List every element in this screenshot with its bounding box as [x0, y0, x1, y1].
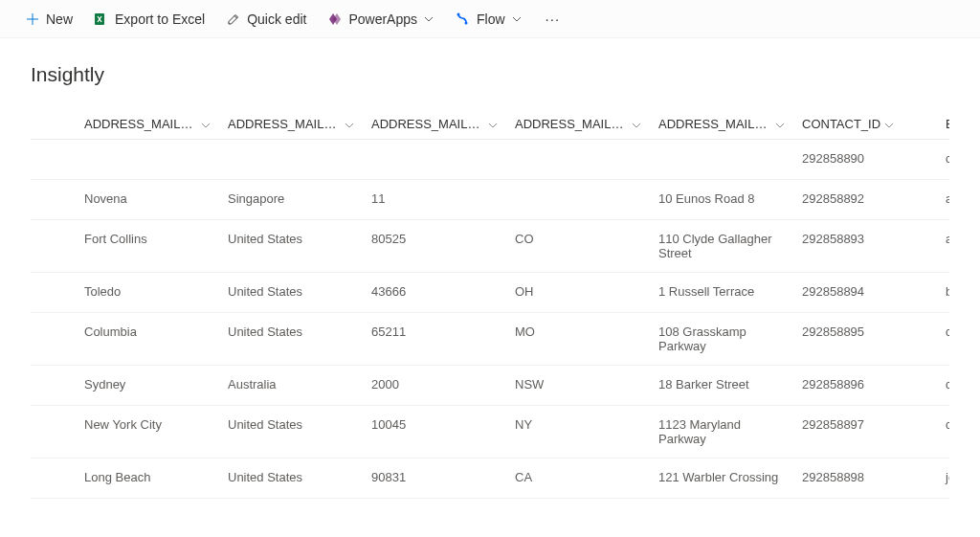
table-cell: blane@ [938, 284, 949, 301]
table-cell: 292858892 [794, 191, 938, 208]
row-selector[interactable] [31, 470, 77, 486]
table-cell [220, 151, 364, 168]
table-cell: carlossr om [938, 324, 949, 353]
list-body: 292858890csantosNovenaSingapore1110 Euno… [31, 140, 949, 499]
column-header-label: ADDRESS_MAIL_ST… [515, 117, 628, 131]
table-cell: 292858897 [794, 417, 938, 446]
chevron-down-icon [345, 119, 356, 130]
table-cell: 292858893 [794, 232, 938, 260]
table-cell: Fort Collins [77, 232, 220, 260]
table-cell: Sydney [77, 377, 220, 393]
chevron-down-icon [423, 13, 434, 25]
row-selector-header [31, 117, 77, 131]
table-cell: 10045 [364, 417, 507, 446]
column-header-label: CONTACT_ID [802, 117, 880, 131]
column-header[interactable]: EMAIL_ [938, 117, 949, 131]
ellipsis-icon: ··· [546, 11, 561, 27]
powerapps-button[interactable]: PowerApps [320, 8, 442, 31]
new-label: New [46, 11, 73, 27]
table-cell: MO [507, 324, 651, 353]
chevron-down-icon [511, 13, 523, 25]
table-cell: 43666 [364, 284, 507, 301]
column-header-label: ADDRESS_MAIL_CO… [228, 117, 341, 131]
table-cell [77, 151, 220, 168]
table-cell: 292858898 [794, 470, 938, 486]
table-cell: jcastillo m [938, 470, 949, 486]
table-cell: 10 Eunos Road 8 [651, 191, 794, 208]
table-row[interactable]: ToledoUnited States43666OH1 Russell Terr… [31, 273, 949, 313]
table-cell: United States [220, 470, 364, 486]
column-header[interactable]: ADDRESS_MAIL_PO… [364, 117, 507, 131]
table-cell: Columbia [77, 324, 220, 353]
table-row[interactable]: 292858890csantos [31, 140, 949, 180]
table-row[interactable]: Fort CollinsUnited States80525CO110 Clyd… [31, 220, 949, 273]
table-cell: United States [220, 417, 364, 446]
column-header-label: ADDRESS_MAIL_PO… [371, 117, 484, 131]
column-header[interactable]: CONTACT_ID [794, 117, 938, 131]
table-cell: NY [507, 417, 651, 446]
table-cell: OH [507, 284, 651, 301]
table-row[interactable]: SydneyAustralia2000NSW18 Barker Street29… [31, 366, 949, 406]
pencil-icon [226, 11, 241, 27]
column-header[interactable]: ADDRESS_MAIL_CITY [77, 117, 220, 131]
table-cell: csantos [938, 151, 949, 168]
table-cell: Novena [77, 191, 220, 208]
table-cell: Toledo [77, 284, 220, 301]
more-actions-button[interactable]: ··· [536, 7, 570, 31]
table-cell [651, 151, 794, 168]
row-selector[interactable] [31, 151, 77, 168]
table-cell: United States [220, 232, 364, 260]
row-selector[interactable] [31, 377, 77, 393]
table-cell: chrisoch com [938, 377, 949, 393]
quick-edit-button[interactable]: Quick edit [218, 8, 314, 31]
chevron-down-icon [488, 119, 500, 130]
table-cell: New York City [77, 417, 220, 446]
column-header-label: ADDRESS_MAIL_CITY [84, 117, 197, 131]
column-header-label: ADDRESS_MAIL_ST… [658, 117, 771, 131]
excel-icon [94, 11, 109, 27]
row-selector[interactable] [31, 324, 77, 353]
table-cell: CA [507, 470, 651, 486]
table-row[interactable]: NovenaSingapore1110 Eunos Road 829285889… [31, 180, 949, 220]
column-header-label: EMAIL_ [946, 117, 949, 131]
table-cell: aaron.la m [938, 191, 949, 208]
new-button[interactable]: New [17, 8, 80, 31]
chevron-down-icon [775, 119, 787, 130]
table-cell: 108 Grasskamp Parkway [651, 324, 794, 353]
list-view: ADDRESS_MAIL_CITYADDRESS_MAIL_CO…ADDRESS… [31, 109, 949, 499]
column-header[interactable]: ADDRESS_MAIL_CO… [220, 117, 364, 131]
flow-button[interactable]: Flow [448, 8, 530, 31]
column-header[interactable]: ADDRESS_MAIL_ST… [507, 117, 651, 131]
table-row[interactable]: New York CityUnited States10045NY1123 Ma… [31, 406, 949, 459]
row-selector[interactable] [31, 284, 77, 301]
row-selector[interactable] [31, 232, 77, 260]
quick-edit-label: Quick edit [247, 11, 306, 27]
export-excel-label: Export to Excel [115, 11, 205, 27]
table-row[interactable]: ColumbiaUnited States65211MO108 Grasskam… [31, 313, 949, 366]
table-cell: 1123 Maryland Parkway [651, 417, 794, 446]
command-bar: New Export to Excel Quick edit PowerApps… [0, 0, 980, 38]
powerapps-icon [327, 11, 343, 27]
table-row[interactable]: Long BeachUnited States90831CA121 Warble… [31, 459, 949, 499]
table-cell: CO [507, 232, 651, 260]
table-cell: United States [220, 324, 364, 353]
column-header[interactable]: ADDRESS_MAIL_ST… [651, 117, 794, 131]
list-header-row: ADDRESS_MAIL_CITYADDRESS_MAIL_CO…ADDRESS… [31, 109, 949, 140]
row-selector[interactable] [31, 191, 77, 208]
plus-icon [25, 11, 40, 27]
table-cell: Long Beach [77, 470, 220, 486]
row-selector[interactable] [31, 417, 77, 446]
chevron-down-icon [884, 119, 896, 130]
chevron-down-icon [201, 119, 212, 130]
export-excel-button[interactable]: Export to Excel [86, 8, 212, 31]
table-cell: 292858890 [794, 151, 938, 168]
page-title: Insightly [31, 63, 949, 86]
table-cell [507, 151, 651, 168]
page-content: Insightly ADDRESS_MAIL_CITYADDRESS_MAIL_… [0, 38, 980, 499]
table-cell: 11 [364, 191, 507, 208]
table-cell: Singapore [220, 191, 364, 208]
table-cell: 110 Clyde Gallagher Street [651, 232, 794, 260]
table-cell: United States [220, 284, 364, 301]
table-cell: albertle [938, 232, 949, 260]
flow-label: Flow [477, 11, 505, 27]
